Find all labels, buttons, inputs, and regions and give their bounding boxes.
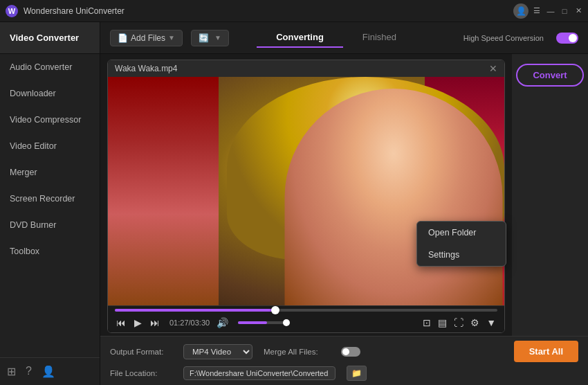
sidebar-item-video-compressor[interactable]: Video Compressor — [0, 107, 100, 133]
title-bar: W Wondershare UniConverter 👤 ☰ — □ ✕ — [0, 0, 588, 22]
add-files-chevron: ▼ — [168, 34, 175, 42]
hamburger-icon[interactable]: ☰ — [533, 7, 541, 15]
browse-folder-button[interactable]: 📁 — [347, 366, 367, 381]
main-content: 📄 Add Files ▼ 🔄 ▼ Converting Finished Hi… — [100, 22, 588, 385]
progress-knob[interactable] — [271, 306, 279, 314]
sidebar-item-dvd-burner[interactable]: DVD Burner — [0, 212, 100, 238]
context-menu: Open Folder Settings — [416, 221, 506, 267]
file-location-label: File Location: — [110, 369, 172, 377]
merge-label: Merge All Files: — [264, 348, 326, 356]
top-bar: 📄 Add Files ▼ 🔄 ▼ Converting Finished Hi… — [100, 22, 588, 54]
volume-knob[interactable] — [283, 319, 290, 326]
video-person — [284, 89, 502, 306]
svg-text:W: W — [8, 7, 16, 15]
volume-fill — [238, 321, 267, 324]
app-title: Wondershare UniConverter — [24, 6, 513, 16]
sidebar: Video Converter Audio Converter Download… — [0, 22, 100, 385]
video-card: Waka Waka.mp4 ✕ — [107, 60, 505, 333]
high-speed-label: High Speed Conversion — [463, 34, 544, 42]
progress-bar[interactable] — [115, 309, 497, 312]
video-filename: Waka Waka.mp4 — [115, 64, 177, 73]
volume-icon[interactable]: 🔊 — [215, 316, 230, 330]
controls-right: ⊡ ▤ ⛶ ⚙ ▼ — [421, 316, 497, 330]
bottom-row-1: Output Format: MP4 Video Merge All Files… — [110, 341, 578, 362]
chevron-down-icon[interactable]: ▼ — [485, 316, 497, 330]
video-bg-left — [108, 77, 219, 305]
output-format-select[interactable]: MP4 Video — [183, 344, 252, 359]
sidebar-header[interactable]: Video Converter — [0, 22, 100, 54]
time-display: 01:27/03:30 — [169, 319, 210, 327]
maximize-button[interactable]: □ — [560, 7, 569, 15]
convert-panel: Convert — [512, 54, 588, 336]
player-controls: ⏮ ▶ ⏭ 01:27/03:30 🔊 — [108, 305, 504, 332]
video-close-button[interactable]: ✕ — [489, 63, 497, 74]
sidebar-item-toolbox[interactable]: Toolbox — [0, 238, 100, 265]
app-body: Video Converter Audio Converter Download… — [0, 22, 588, 385]
add-folder-chevron: ▼ — [214, 34, 221, 42]
tab-finished[interactable]: Finished — [343, 28, 416, 48]
add-folder-button[interactable]: 🔄 ▼ — [191, 30, 229, 46]
video-section: Waka Waka.mp4 ✕ — [100, 54, 512, 336]
video-preview — [108, 77, 504, 305]
crop-icon[interactable]: ⊡ — [421, 316, 432, 330]
app-logo: W — [6, 5, 18, 17]
convert-button[interactable]: Convert — [516, 64, 583, 87]
sidebar-item-downloader[interactable]: Downloader — [0, 80, 100, 107]
tab-group: Converting Finished — [257, 28, 416, 48]
video-card-header: Waka Waka.mp4 ✕ — [108, 60, 504, 77]
file-location-input[interactable] — [183, 366, 336, 380]
prev-button[interactable]: ⏮ — [115, 316, 127, 330]
sidebar-item-screen-recorder[interactable]: Screen Recorder — [0, 186, 100, 212]
volume-bar[interactable] — [238, 321, 286, 324]
output-format-label: Output Format: — [110, 348, 172, 356]
tab-converting[interactable]: Converting — [257, 28, 343, 48]
add-files-icon: 📄 — [118, 33, 128, 43]
settings-icon[interactable]: ⚙ — [469, 316, 481, 330]
add-folder-icon: 🔄 — [199, 33, 209, 43]
controls-row: ⏮ ▶ ⏭ 01:27/03:30 🔊 — [115, 316, 497, 330]
subtitle-icon[interactable]: ▤ — [437, 316, 448, 330]
context-menu-open-folder[interactable]: Open Folder — [417, 222, 506, 244]
next-button[interactable]: ⏭ — [149, 316, 161, 330]
play-button[interactable]: ▶ — [133, 316, 143, 330]
high-speed-toggle[interactable] — [556, 33, 578, 44]
merge-toggle[interactable] — [341, 347, 360, 357]
bottom-bar: Output Format: MP4 Video Merge All Files… — [100, 336, 588, 385]
sidebar-item-audio-converter[interactable]: Audio Converter — [0, 54, 100, 80]
context-menu-settings[interactable]: Settings — [417, 244, 506, 266]
window-controls: ☰ — □ ✕ — [533, 7, 582, 15]
profile-icon[interactable]: 👤 — [513, 3, 529, 19]
bottom-row-2: File Location: 📁 — [110, 366, 578, 381]
start-all-button[interactable]: Start All — [514, 341, 578, 362]
sidebar-item-video-editor[interactable]: Video Editor — [0, 133, 100, 159]
progress-fill — [115, 309, 275, 312]
grid-icon[interactable]: ⊞ — [7, 365, 16, 378]
add-files-button[interactable]: 📄 Add Files ▼ — [110, 30, 183, 46]
fullscreen-icon[interactable]: ⛶ — [452, 316, 465, 330]
minimize-button[interactable]: — — [546, 7, 555, 15]
user-icon[interactable]: 👤 — [42, 365, 55, 378]
video-thumbnail — [108, 77, 504, 305]
sidebar-item-merger[interactable]: Merger — [0, 159, 100, 186]
sidebar-bottom: ⊞ ? 👤 — [0, 357, 100, 385]
sidebar-active-label: Video Converter — [10, 33, 79, 43]
close-button[interactable]: ✕ — [574, 7, 582, 15]
help-icon[interactable]: ? — [26, 365, 32, 378]
